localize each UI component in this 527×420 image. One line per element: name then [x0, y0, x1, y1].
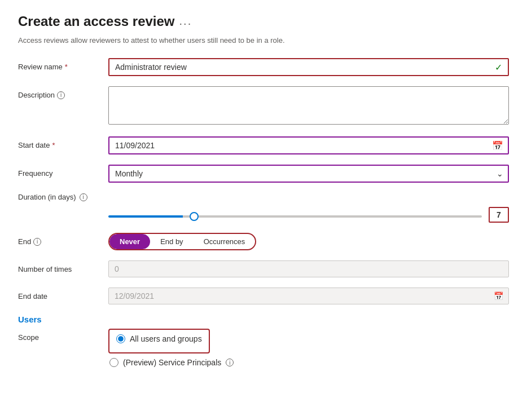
review-name-outer-border: ✓ [108, 58, 509, 76]
start-date-calendar-icon[interactable]: 📅 [492, 140, 503, 151]
all-users-radio[interactable] [116, 334, 125, 343]
check-icon: ✓ [495, 62, 502, 73]
duration-label: Duration (in days) [18, 193, 76, 201]
description-info-icon[interactable]: i [57, 91, 65, 99]
frequency-select-wrapper: Weekly Monthly Quarterly Semi-annually A… [108, 165, 509, 183]
users-section: Users Scope All users and groups (Previe… [18, 315, 509, 372]
frequency-row: Frequency Weekly Monthly Quarterly Semi-… [18, 165, 509, 183]
frequency-label: Frequency [18, 165, 108, 178]
end-toggle-group: Never End by Occurrences [108, 233, 256, 250]
end-date-input-container: 📅 [108, 288, 509, 304]
end-row: End i Never End by Occurrences [18, 233, 509, 250]
review-name-label: Review name * [18, 58, 108, 71]
end-toggle-wrapper: Never End by Occurrences [108, 233, 509, 250]
end-date-calendar-icon: 📅 [494, 291, 503, 300]
start-date-input-container: 📅 [108, 136, 509, 154]
page-title: Create an access review [18, 14, 175, 29]
end-info-icon[interactable]: i [33, 238, 41, 246]
frequency-select[interactable]: Weekly Monthly Quarterly Semi-annually A… [108, 165, 509, 183]
end-date-row: End date 📅 [18, 288, 509, 304]
scope-row: Scope All users and groups (Preview) Ser… [18, 329, 509, 372]
all-users-radio-label: All users and groups [130, 334, 202, 343]
duration-slider-container [108, 210, 482, 219]
all-users-radio-row: All users and groups [116, 334, 202, 343]
start-date-wrapper: 📅 [108, 136, 509, 154]
review-name-wrapper: ✓ [108, 58, 509, 76]
service-principals-radio-row: (Preview) Service Principals i [108, 358, 509, 367]
description-row: Description i [18, 86, 509, 126]
number-of-times-input [108, 260, 509, 277]
duration-slider[interactable] [108, 215, 482, 218]
start-date-row: Start date * 📅 [18, 136, 509, 154]
number-of-times-label: Number of times [18, 260, 108, 273]
number-of-times-wrapper [108, 260, 509, 277]
review-name-row: Review name * ✓ [18, 58, 509, 76]
duration-info-icon[interactable]: i [80, 193, 87, 201]
duration-row: Duration (in days) i 7 [18, 193, 509, 223]
description-label: Description i [18, 86, 108, 99]
duration-value-box: 7 [489, 207, 509, 223]
scope-options-container: All users and groups [108, 329, 210, 353]
start-date-label: Start date * [18, 136, 108, 149]
description-wrapper [108, 86, 509, 126]
start-date-required-star: * [52, 141, 55, 149]
review-name-input-container: ✓ [109, 59, 508, 75]
slider-row: 7 [18, 207, 509, 223]
end-date-label: End date [18, 288, 108, 300]
service-principals-radio-label: (Preview) Service Principals [123, 358, 221, 367]
review-name-input[interactable] [109, 59, 508, 75]
scope-label: Scope [18, 329, 108, 342]
page-subtitle: Access reviews allow reviewers to attest… [18, 36, 509, 45]
frequency-wrapper: Weekly Monthly Quarterly Semi-annually A… [108, 165, 509, 183]
service-principals-info-icon[interactable]: i [226, 359, 234, 366]
users-section-heading: Users [18, 315, 509, 324]
number-of-times-row: Number of times [18, 260, 509, 277]
start-date-input[interactable] [108, 136, 509, 154]
description-input[interactable] [108, 86, 509, 125]
end-endby-button[interactable]: End by [150, 234, 193, 249]
end-date-input [108, 288, 509, 304]
more-options-icon[interactable]: ··· [179, 17, 192, 30]
end-never-button[interactable]: Never [109, 234, 150, 249]
end-occurrences-button[interactable]: Occurrences [194, 234, 256, 249]
end-date-wrapper: 📅 [108, 288, 509, 304]
service-principals-radio[interactable] [109, 358, 118, 367]
required-star: * [65, 63, 68, 71]
end-label: End i [18, 233, 108, 246]
scope-options-wrapper: All users and groups (Preview) Service P… [108, 329, 509, 372]
